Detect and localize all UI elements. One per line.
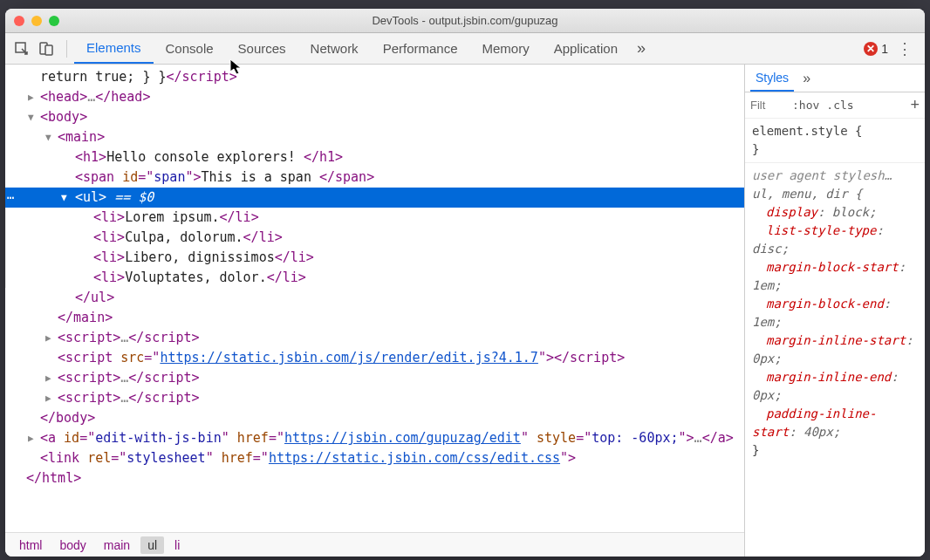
close-brace: } bbox=[752, 140, 918, 159]
more-menu-icon[interactable]: ⋮ bbox=[897, 39, 913, 58]
error-count: 1 bbox=[881, 42, 888, 56]
tab-styles[interactable]: Styles bbox=[750, 65, 794, 92]
css-declaration[interactable]: display: block; bbox=[752, 203, 918, 222]
dom-body-close[interactable]: </body> bbox=[5, 408, 744, 428]
css-declaration[interactable]: margin-inline-end: 0px; bbox=[752, 368, 918, 405]
styles-toolbar: :hov .cls + bbox=[745, 92, 925, 119]
element-style-label[interactable]: element.style { bbox=[752, 122, 918, 140]
devtools-window: DevTools - output.jsbin.com/gupuzag Elem… bbox=[5, 9, 925, 557]
crumb-body[interactable]: body bbox=[52, 536, 92, 554]
css-declaration[interactable]: margin-inline-start: 0px; bbox=[752, 331, 918, 368]
panel-tabs: Elements Console Sources Network Perform… bbox=[74, 33, 862, 64]
tab-application[interactable]: Application bbox=[542, 33, 630, 64]
tab-elements[interactable]: Elements bbox=[74, 33, 154, 64]
css-selector[interactable]: ul, menu, dir { bbox=[752, 185, 918, 203]
dom-script-collapsed[interactable]: ▶ <script>…</script> bbox=[5, 328, 744, 348]
dom-line[interactable]: return true; } }</script> bbox=[5, 67, 744, 87]
tab-memory[interactable]: Memory bbox=[470, 33, 542, 64]
crumb-html[interactable]: html bbox=[12, 536, 49, 554]
separator bbox=[66, 40, 67, 58]
hover-toggle[interactable]: :hov bbox=[792, 99, 819, 112]
dom-script-src[interactable]: <script src="https://static.jsbin.com/js… bbox=[5, 348, 744, 368]
dom-script-collapsed[interactable]: ▶ <script>…</script> bbox=[5, 388, 744, 408]
dom-link[interactable]: <link rel="stylesheet" href="https://sta… bbox=[5, 448, 744, 468]
traffic-lights bbox=[5, 16, 59, 26]
css-declaration[interactable]: list-style-type: disc; bbox=[752, 222, 918, 258]
tab-network[interactable]: Network bbox=[298, 33, 371, 64]
close-icon[interactable] bbox=[14, 16, 24, 26]
tabs-overflow-icon[interactable]: » bbox=[630, 39, 653, 58]
dom-span[interactable]: <span id="span">This is a span </span> bbox=[5, 167, 744, 188]
styles-tabs-overflow-icon[interactable]: » bbox=[803, 71, 810, 86]
crumb-li[interactable]: li bbox=[168, 536, 187, 554]
expand-icon[interactable]: ▶ bbox=[45, 368, 51, 388]
expand-icon[interactable]: ▶ bbox=[45, 328, 51, 348]
styles-tabs: Styles » bbox=[745, 65, 925, 92]
dom-a[interactable]: ▶ <a id="edit-with-js-bin" href="https:/… bbox=[5, 428, 744, 448]
window-title: DevTools - output.jsbin.com/gupuzag bbox=[5, 14, 925, 27]
main-toolbar: Elements Console Sources Network Perform… bbox=[5, 33, 925, 65]
collapse-icon[interactable]: ▼ bbox=[45, 127, 51, 147]
dom-head[interactable]: ▶ <head>…</head> bbox=[5, 87, 744, 107]
dom-li[interactable]: <li>Voluptates, dolor.</li> bbox=[5, 268, 744, 288]
dom-main-open[interactable]: ▼ <main> bbox=[5, 127, 744, 147]
expand-icon[interactable]: ▶ bbox=[28, 87, 34, 107]
inspect-icon[interactable] bbox=[12, 39, 31, 58]
dom-li[interactable]: <li>Culpa, dolorum.</li> bbox=[5, 228, 744, 248]
ua-stylesheet-label: user agent stylesh… bbox=[752, 167, 918, 185]
tab-console[interactable]: Console bbox=[154, 33, 226, 64]
dom-li[interactable]: <li>Lorem ipsum.</li> bbox=[5, 208, 744, 228]
dom-li[interactable]: <li>Libero, dignissimos</li> bbox=[5, 248, 744, 268]
dom-h1[interactable]: <h1>Hello console explorers! </h1> bbox=[5, 147, 744, 167]
css-declaration[interactable]: margin-block-start: 1em; bbox=[752, 258, 918, 295]
css-declaration[interactable]: margin-block-end: 1em; bbox=[752, 295, 918, 331]
error-badge[interactable]: ✕ 1 bbox=[864, 42, 888, 56]
elements-pane: return true; } }</script> ▶ <head>…</hea… bbox=[5, 65, 745, 557]
dom-ul-close[interactable]: </ul> bbox=[5, 288, 744, 308]
crumb-main[interactable]: main bbox=[97, 536, 137, 554]
styles-filter-input[interactable] bbox=[750, 99, 785, 112]
cls-toggle[interactable]: .cls bbox=[826, 99, 853, 112]
crumb-ul[interactable]: ul bbox=[140, 536, 164, 554]
tab-sources[interactable]: Sources bbox=[226, 33, 298, 64]
minimize-icon[interactable] bbox=[31, 16, 42, 26]
tab-performance[interactable]: Performance bbox=[371, 33, 470, 64]
dom-script-collapsed[interactable]: ▶ <script>…</script> bbox=[5, 368, 744, 388]
error-icon: ✕ bbox=[864, 42, 878, 56]
dom-tree[interactable]: return true; } }</script> ▶ <head>…</hea… bbox=[5, 65, 744, 532]
content: return true; } }</script> ▶ <head>…</hea… bbox=[5, 65, 925, 557]
styles-body[interactable]: element.style { } user agent stylesh… ul… bbox=[745, 119, 925, 557]
dom-ul-open-selected[interactable]: ▼ <ul> == $0 bbox=[5, 188, 744, 208]
breadcrumb: html body main ul li bbox=[5, 532, 744, 557]
new-rule-icon[interactable]: + bbox=[910, 96, 920, 114]
dom-main-close[interactable]: </main> bbox=[5, 308, 744, 328]
close-brace: } bbox=[752, 441, 918, 460]
svg-rect-2 bbox=[45, 45, 52, 55]
titlebar: DevTools - output.jsbin.com/gupuzag bbox=[5, 9, 925, 33]
dom-html-close[interactable]: </html> bbox=[5, 468, 744, 488]
expand-icon[interactable]: ▶ bbox=[28, 428, 34, 448]
zoom-icon[interactable] bbox=[49, 16, 59, 26]
toolbar-right: ✕ 1 ⋮ bbox=[864, 39, 918, 58]
dom-body-open[interactable]: ▼ <body> bbox=[5, 107, 744, 127]
expand-icon[interactable]: ▶ bbox=[45, 388, 51, 408]
collapse-icon[interactable]: ▼ bbox=[28, 107, 34, 127]
styles-pane: Styles » :hov .cls + element.style { } u… bbox=[745, 65, 925, 557]
device-icon[interactable] bbox=[37, 39, 56, 58]
collapse-icon[interactable]: ▼ bbox=[61, 188, 67, 208]
css-declaration[interactable]: padding-inline-start: 40px; bbox=[752, 405, 918, 441]
